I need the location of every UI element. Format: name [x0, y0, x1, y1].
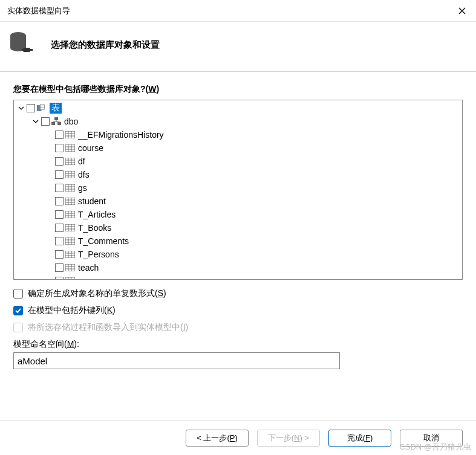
tables-icon	[37, 104, 47, 112]
svg-rect-45	[65, 211, 75, 218]
close-icon	[458, 7, 466, 15]
tree-label: dbo	[64, 117, 78, 126]
tree-label: dfs	[78, 170, 90, 179]
checkbox[interactable]	[55, 250, 64, 259]
titlebar: 实体数据模型向导	[0, 0, 476, 22]
option-label: 将所选存储过程和函数导入到实体模型中(I)	[28, 322, 188, 333]
header-section: 选择您的数据库对象和设置	[0, 22, 476, 72]
checkbox[interactable]	[55, 197, 64, 205]
table-icon	[65, 250, 75, 259]
prev-button[interactable]: < 上一步(P)	[186, 430, 249, 447]
namespace-section: 模型命名空间(M):	[13, 339, 463, 369]
tree-node-table[interactable]: users	[14, 274, 462, 279]
table-icon	[65, 144, 75, 152]
svg-rect-9	[51, 122, 55, 125]
option-pluralize[interactable]: 确定所生成对象名称的单复数形式(S)	[13, 288, 463, 299]
svg-rect-30	[65, 171, 75, 178]
chevron-down-icon[interactable]	[18, 105, 25, 112]
check-icon	[15, 307, 22, 314]
checkbox[interactable]	[55, 224, 64, 232]
tree-label: __EFMigrationsHistory	[78, 130, 164, 140]
checkbox[interactable]	[55, 237, 64, 245]
option-stored-procs: 将所选存储过程和函数导入到实体模型中(I)	[13, 322, 463, 333]
svg-rect-8	[54, 117, 58, 120]
cancel-button[interactable]: 取消	[400, 430, 463, 447]
tree-label: teach	[78, 263, 99, 273]
tree-label: T_Books	[78, 223, 111, 233]
checkbox[interactable]	[55, 170, 64, 179]
option-label: 确定所生成对象名称的单复数形式(S)	[28, 288, 166, 299]
tree-node-table[interactable]: gs	[14, 181, 462, 195]
namespace-input[interactable]	[13, 352, 340, 369]
svg-rect-65	[65, 264, 75, 271]
table-icon	[65, 184, 75, 192]
table-icon	[65, 131, 75, 139]
tree-node-schema[interactable]: dbo	[14, 115, 462, 128]
checkbox[interactable]	[55, 157, 64, 166]
checkbox[interactable]	[55, 277, 64, 279]
table-icon	[65, 197, 75, 205]
tree-node-table[interactable]: __EFMigrationsHistory	[14, 128, 462, 141]
tree-label: gs	[78, 183, 87, 193]
schema-icon	[51, 117, 61, 126]
tree-label: T_Comments	[78, 236, 129, 246]
svg-rect-40	[65, 198, 75, 205]
footer-buttons: < 上一步(P) 下一步(N) > 完成(F) 取消	[0, 421, 476, 455]
tree-node-tables[interactable]: 表	[14, 102, 462, 115]
object-tree[interactable]: 表 dbo __EFMigrationsHistorycoursedfdfsgs…	[13, 100, 463, 280]
header-title: 选择您的数据库对象和设置	[51, 39, 160, 51]
checkbox-checked[interactable]	[13, 306, 23, 315]
finish-button[interactable]: 完成(F)	[328, 430, 391, 447]
tree-node-table[interactable]: dfs	[14, 168, 462, 181]
svg-rect-25	[65, 158, 75, 165]
tree-node-table[interactable]: teach	[14, 261, 462, 274]
svg-rect-60	[65, 251, 75, 258]
tree-label: 表	[50, 103, 62, 114]
svg-rect-15	[65, 131, 75, 138]
svg-rect-70	[65, 277, 75, 279]
table-icon	[65, 237, 75, 245]
checkbox[interactable]	[13, 289, 23, 298]
option-foreign-keys[interactable]: 在模型中包括外键列(K)	[13, 305, 463, 316]
table-icon	[65, 224, 75, 232]
tree-node-table[interactable]: course	[14, 141, 462, 155]
table-icon	[65, 263, 75, 272]
tree-node-table[interactable]: T_Comments	[14, 234, 462, 248]
svg-rect-35	[65, 184, 75, 192]
window-title: 实体数据模型向导	[7, 5, 70, 16]
table-icon	[65, 170, 75, 179]
tree-label: users	[78, 276, 99, 279]
next-button: 下一步(N) >	[257, 430, 320, 447]
namespace-label: 模型命名空间(M):	[13, 339, 463, 350]
svg-rect-3	[30, 49, 33, 51]
tree-label: df	[78, 157, 85, 166]
checkbox[interactable]	[55, 144, 64, 152]
tree-label: T_Articles	[78, 210, 116, 219]
checkbox-disabled	[13, 323, 23, 332]
svg-rect-5	[40, 105, 44, 110]
checkbox[interactable]	[27, 104, 35, 112]
prompt-label: 您要在模型中包括哪些数据库对象?(W)	[13, 84, 463, 95]
checkbox[interactable]	[55, 263, 64, 272]
tree-node-table[interactable]: df	[14, 155, 462, 168]
tree-label: student	[78, 196, 106, 206]
tree-label: course	[78, 143, 103, 153]
database-icon	[10, 31, 34, 58]
tree-scroll[interactable]: 表 dbo __EFMigrationsHistorycoursedfdfsgs…	[14, 100, 462, 279]
checkbox[interactable]	[55, 184, 64, 192]
chevron-down-icon[interactable]	[32, 118, 39, 125]
close-button[interactable]	[455, 4, 469, 18]
checkbox[interactable]	[55, 131, 64, 139]
tree-node-table[interactable]: student	[14, 195, 462, 208]
option-label: 在模型中包括外键列(K)	[28, 305, 116, 316]
tree-label: T_Persons	[78, 250, 119, 259]
tree-node-table[interactable]: T_Persons	[14, 248, 462, 261]
checkbox[interactable]	[55, 210, 64, 219]
tree-node-table[interactable]: T_Books	[14, 221, 462, 234]
table-icon	[65, 277, 75, 279]
tree-node-table[interactable]: T_Articles	[14, 208, 462, 221]
options-section: 确定所生成对象名称的单复数形式(S) 在模型中包括外键列(K) 将所选存储过程和…	[13, 288, 463, 333]
checkbox[interactable]	[41, 117, 50, 126]
svg-rect-2	[22, 49, 24, 51]
svg-rect-10	[57, 122, 61, 125]
